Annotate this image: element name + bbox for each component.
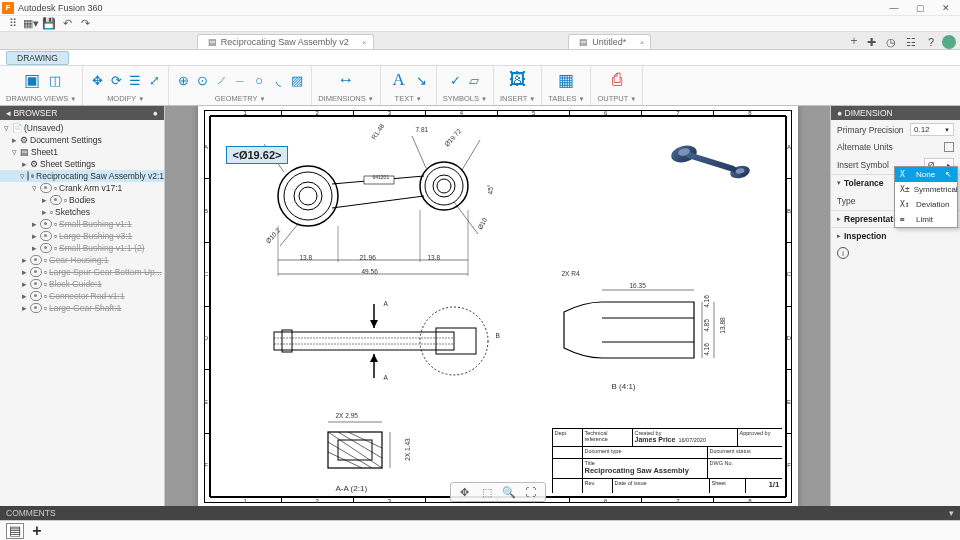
arc-icon[interactable]: ◟ — [270, 72, 286, 88]
info-icon[interactable]: i — [837, 247, 849, 259]
projected-view-icon[interactable]: ◫ — [47, 72, 63, 88]
option-none[interactable]: XNone↖ — [895, 167, 957, 182]
inspection-section[interactable]: ▸Inspection — [831, 227, 960, 244]
table-icon[interactable]: ▦ — [554, 70, 578, 90]
help-icon[interactable]: ? — [922, 35, 940, 49]
base-view-icon[interactable]: ▣ — [20, 70, 44, 90]
visibility-icon[interactable] — [40, 219, 52, 229]
dimension-header[interactable]: ● DIMENSION — [831, 106, 960, 120]
tab-untitled[interactable]: ▤ Untitled* × — [568, 34, 651, 49]
tree-node[interactable]: ▿▫Reciprocating Saw Assembly v2:1 — [0, 170, 164, 182]
drawing-sheet[interactable]: 12345678 12345678 ABCDEF ABCDEF — [198, 106, 798, 506]
dim-w295[interactable]: 2X 2.95 — [336, 412, 358, 419]
visibility-icon[interactable] — [30, 255, 42, 265]
rotate-icon[interactable]: ⟳ — [108, 72, 124, 88]
centermark-icon[interactable]: ⊙ — [194, 72, 210, 88]
tree-node[interactable]: ▸⚙Sheet Settings — [0, 158, 164, 170]
alternate-units-checkbox[interactable] — [944, 142, 954, 152]
tree-node[interactable]: ▸▫Large Bushing v3:1 — [0, 230, 164, 242]
top-view[interactable] — [254, 126, 514, 286]
avatar-icon[interactable] — [942, 35, 956, 49]
dim-part[interactable]: 641201 — [373, 174, 390, 180]
dim-w138b[interactable]: 13.8 — [428, 254, 441, 261]
minimize-button[interactable]: — — [882, 0, 906, 16]
tree-node[interactable]: ▸▫Small Bushing v1:1 — [0, 218, 164, 230]
file-menu-icon[interactable]: ▦▾ — [22, 17, 40, 31]
dim-a45[interactable]: 45° — [487, 184, 494, 194]
close-icon[interactable]: × — [640, 38, 645, 47]
comments-bar[interactable]: COMMENTS▾ — [0, 506, 960, 520]
visibility-icon[interactable] — [40, 243, 52, 253]
dim-w138a[interactable]: 13.8 — [300, 254, 313, 261]
visibility-icon[interactable] — [40, 183, 52, 193]
visibility-icon[interactable] — [30, 267, 42, 277]
tree-node[interactable]: ▿▤Sheet1 — [0, 146, 164, 158]
app-menu-icon[interactable]: ⠿ — [4, 17, 22, 31]
dim-h485[interactable]: 4.85 — [702, 319, 709, 332]
undo-icon[interactable]: ↶ — [58, 17, 76, 31]
title-block[interactable]: Dept. Technical reference Created byJame… — [552, 428, 782, 493]
dim-h143[interactable]: 2X 1.43 — [403, 438, 410, 460]
datum-icon[interactable]: ▱ — [466, 72, 482, 88]
zoom-icon[interactable]: 🔍 — [501, 485, 517, 499]
workspace-badge[interactable]: DRAWING — [6, 51, 69, 65]
close-icon[interactable]: × — [362, 38, 367, 47]
leader-icon[interactable]: ↘ — [414, 72, 430, 88]
sheet-thumb-icon[interactable]: ▤ — [6, 523, 24, 539]
tab-assembly[interactable]: ▤ Reciprocating Saw Assembly v2 × — [197, 34, 374, 49]
scale-icon[interactable]: ⤢ — [146, 72, 162, 88]
fit-icon[interactable]: ⛶ — [523, 485, 539, 499]
new-tab-button[interactable]: + — [846, 33, 862, 49]
dimension-edit-field[interactable]: <Ø19.62> — [226, 146, 289, 164]
browser-header[interactable]: ◂ BROWSER● — [0, 106, 164, 120]
drawing-canvas[interactable]: 12345678 12345678 ABCDEF ABCDEF — [165, 106, 830, 506]
pan-icon[interactable]: ✥ — [457, 485, 473, 499]
tree-node[interactable]: ▸▫Small Bushing v1:1 (2) — [0, 242, 164, 254]
edge-icon[interactable]: ⟋ — [213, 72, 229, 88]
visibility-icon[interactable] — [30, 303, 42, 313]
move-icon[interactable]: ✥ — [89, 72, 105, 88]
centerline-icon[interactable]: ⊕ — [175, 72, 191, 88]
visibility-icon[interactable] — [50, 195, 62, 205]
dim-h416a[interactable]: 4.16 — [702, 295, 709, 308]
tree-node[interactable]: ▸⚙Document Settings — [0, 134, 164, 146]
option-symmetrical[interactable]: X±Symmetrical — [895, 182, 957, 197]
tree-node[interactable]: ▸▫Bodies — [0, 194, 164, 206]
pdf-icon[interactable]: ⎙ — [605, 70, 629, 90]
zoom-window-icon[interactable]: ⬚ — [479, 485, 495, 499]
tree-node[interactable]: ▸▫Sketches — [0, 206, 164, 218]
align-icon[interactable]: ☰ — [127, 72, 143, 88]
dim-w4956[interactable]: 49.56 — [362, 268, 378, 275]
primary-precision-select[interactable]: 0.12▼ — [910, 123, 954, 136]
dim-r4[interactable]: 2X R4 — [562, 270, 580, 277]
dim-h1388[interactable]: 13.88 — [718, 317, 725, 333]
collapse-icon[interactable]: ● — [153, 108, 158, 118]
image-icon[interactable]: 🖼 — [506, 70, 530, 90]
tree-node[interactable]: ▸▫Large Spur Gear Bottom Up... — [0, 266, 164, 278]
tree-node[interactable]: ▸▫Connector Rod v1:1 — [0, 290, 164, 302]
extensions-icon[interactable]: ✚ — [862, 35, 880, 49]
surface-icon[interactable]: ✓ — [447, 72, 463, 88]
add-sheet-button[interactable]: + — [28, 523, 46, 539]
close-button[interactable]: ✕ — [934, 0, 958, 16]
circle-icon[interactable]: ○ — [251, 72, 267, 88]
save-icon[interactable]: 💾 — [40, 17, 58, 31]
maximize-button[interactable]: ▢ — [908, 0, 932, 16]
visibility-icon[interactable] — [30, 291, 42, 301]
tree-node[interactable]: ▸▫Gear Housing:1 — [0, 254, 164, 266]
hatch-icon[interactable]: ▨ — [289, 72, 305, 88]
isometric-view[interactable] — [664, 138, 760, 184]
notifications-icon[interactable]: ☷ — [902, 35, 920, 49]
dim-h416b[interactable]: 4.16 — [702, 343, 709, 356]
visibility-icon[interactable] — [40, 231, 52, 241]
dim-w1635[interactable]: 16.35 — [630, 282, 646, 289]
text-icon[interactable]: A — [387, 70, 411, 90]
job-status-icon[interactable]: ◷ — [882, 35, 900, 49]
dim-w2196[interactable]: 21.96 — [360, 254, 376, 261]
tree-root[interactable]: ▿📄(Unsaved) — [0, 122, 164, 134]
dimension-icon[interactable]: ↔ — [334, 70, 358, 90]
tree-node[interactable]: ▿▫Crank Arm v17:1 — [0, 182, 164, 194]
redo-icon[interactable]: ↷ — [76, 17, 94, 31]
visibility-icon[interactable] — [27, 171, 29, 181]
option-limit[interactable]: ≡Limit — [895, 212, 957, 227]
